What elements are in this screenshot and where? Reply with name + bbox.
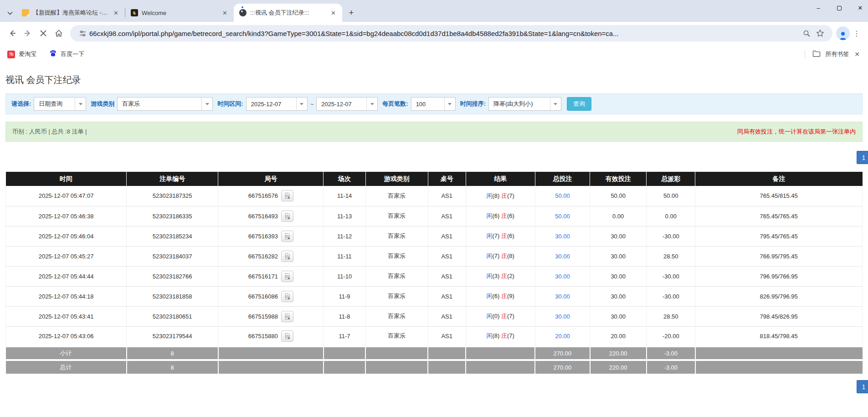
table-header: 时间注单编号局号场次游戏类别桌号结果总投注有效投注总派彩备注 xyxy=(6,172,863,186)
player-result: 闲 xyxy=(486,293,492,299)
payout: -30.00 xyxy=(647,286,695,306)
column-header: 场次 xyxy=(324,172,365,186)
session: 11-11 xyxy=(324,246,365,266)
remark: 796.95/766.95 xyxy=(695,266,863,286)
player-score: (7) xyxy=(492,232,501,239)
table-number: AS1 xyxy=(428,206,466,226)
total-bet-link[interactable]: 30.00 xyxy=(555,253,570,260)
chevron-down-icon xyxy=(366,98,377,110)
column-header: 总派彩 xyxy=(647,172,695,186)
result-cell: 闲(7) 庄(6) xyxy=(466,226,535,246)
tab-close-icon[interactable]: ✕ xyxy=(112,9,120,17)
video-replay-icon[interactable] xyxy=(281,251,293,262)
column-header: 总投注 xyxy=(535,172,590,186)
page-size-value: 100 xyxy=(411,98,444,110)
valid-bet: 30.00 xyxy=(590,226,647,246)
game-category: 百家乐 xyxy=(365,266,428,286)
game-category-select[interactable]: 百家乐 xyxy=(117,97,213,111)
video-replay-icon[interactable] xyxy=(281,271,293,282)
window-minimize-icon[interactable]: – xyxy=(815,5,822,11)
bet-records-favicon-icon xyxy=(239,9,247,16)
date-from-select[interactable]: 2025-12-07 xyxy=(246,97,308,111)
sort-select[interactable]: 降幂(由大到小) xyxy=(488,97,561,111)
tab-welcome[interactable]: ♞ Welcome ✕ xyxy=(125,4,234,22)
banker-result: 庄 xyxy=(501,273,507,279)
total-bet-link[interactable]: 50.00 xyxy=(555,192,570,199)
empty-cell xyxy=(466,346,535,360)
valid-bet: 30.00 xyxy=(590,246,647,266)
video-replay-icon[interactable] xyxy=(281,211,293,222)
video-replay-icon[interactable] xyxy=(281,231,293,242)
tab-search-chevron-icon[interactable] xyxy=(4,5,16,22)
bookmark-aitaobao[interactable]: 淘 爱淘宝 xyxy=(7,50,36,58)
video-replay-icon[interactable] xyxy=(281,330,293,342)
profile-avatar[interactable] xyxy=(836,26,850,40)
bet-time: 2025-12-07 05:46:38 xyxy=(6,206,127,226)
new-tab-button[interactable]: + xyxy=(345,6,358,19)
zoom-page-icon[interactable] xyxy=(800,26,813,40)
video-replay-icon[interactable] xyxy=(281,190,293,201)
round-number: 667515880 xyxy=(248,333,278,340)
banker-score: (8) xyxy=(507,252,514,259)
round-number: 667516086 xyxy=(248,293,278,300)
session: 11-9 xyxy=(324,286,365,306)
tab-title: Welcome xyxy=(142,10,217,16)
bet-number: 523023182766 xyxy=(127,266,218,286)
browser-menu-icon[interactable]: ⋮ xyxy=(850,26,863,40)
payout: -30.00 xyxy=(647,266,695,286)
payout: 50.00 xyxy=(647,186,695,206)
close-icon[interactable]: ✕ xyxy=(853,51,861,58)
round-number: 667516282 xyxy=(248,253,278,260)
date-to-value: 2025-12-07 xyxy=(317,98,366,110)
bookmark-star-icon[interactable] xyxy=(813,26,827,40)
window-maximize-icon[interactable] xyxy=(837,6,842,10)
query-type-select[interactable]: 日期查询 xyxy=(34,97,86,111)
total-bet-link[interactable]: 50.00 xyxy=(555,213,570,220)
date-from-value: 2025-12-07 xyxy=(247,98,296,110)
date-to-select[interactable]: 2025-12-07 xyxy=(316,97,378,111)
total-bet-link[interactable]: 30.00 xyxy=(555,293,570,300)
total-bet-link[interactable]: 20.00 xyxy=(555,333,570,340)
all-bookmarks-label[interactable]: 所有书签 xyxy=(825,50,849,58)
total-bet-link[interactable]: 30.00 xyxy=(555,233,570,240)
page-number-button[interactable]: 1 xyxy=(857,151,868,164)
round-number-cell: 667516576 xyxy=(218,186,324,206)
result-cell: 闲(7) 庄(8) xyxy=(466,246,535,266)
window-close-icon[interactable]: ✕ xyxy=(857,5,863,11)
url-text[interactable]: 66cxkj98.com/ipl/portal.php/game/betreco… xyxy=(89,30,800,37)
stop-loading-icon[interactable] xyxy=(36,26,51,41)
session: 11-8 xyxy=(324,306,365,326)
page-size-select[interactable]: 100 xyxy=(411,97,456,111)
home-icon[interactable] xyxy=(51,26,67,41)
video-replay-icon[interactable] xyxy=(281,311,293,322)
tab-close-icon[interactable]: ✕ xyxy=(221,9,229,17)
forward-icon[interactable] xyxy=(20,26,36,41)
total-bet-cell: 50.00 xyxy=(535,206,590,226)
total-bet-link[interactable]: 30.00 xyxy=(555,273,570,280)
video-replay-icon[interactable] xyxy=(281,291,293,302)
remark: 765.45/815.45 xyxy=(695,186,863,206)
remark: 765.45/765.45 xyxy=(695,206,863,226)
game-category: 百家乐 xyxy=(365,206,428,226)
currency-summary-text: 币别 : 人民币 | 总共 :8 注单 | xyxy=(12,128,87,136)
empty-cell xyxy=(695,346,863,360)
table-number: AS1 xyxy=(428,186,466,206)
page-number-button[interactable]: 1 xyxy=(857,380,868,393)
bookmark-baidu[interactable]: 百度一下 xyxy=(49,50,84,59)
table-row: 2025-12-07 05:46:04523023185234667516393… xyxy=(6,226,863,246)
site-settings-icon[interactable] xyxy=(76,26,89,40)
pagination-bottom: 1 xyxy=(5,380,868,393)
summary-info-bar: 币别 : 人民币 | 总共 :8 注单 | 同局有效投注，统一计算在该局第一张注… xyxy=(5,122,863,142)
tab-forum[interactable]: 【新提醒】海燕策略论坛 - 综合 ✕ xyxy=(16,4,125,22)
column-header: 时间 xyxy=(6,172,127,186)
tab-close-icon[interactable]: ✕ xyxy=(329,9,338,17)
total-bet-link[interactable]: 30.00 xyxy=(555,313,570,320)
total-row-count: 8 xyxy=(127,360,218,374)
url-bar[interactable]: 66cxkj98.com/ipl/portal.php/game/betreco… xyxy=(70,25,832,41)
tab-bet-records-active[interactable]: :::视讯 会员下注纪录::: ✕ xyxy=(234,4,342,22)
welcome-favicon-icon: ♞ xyxy=(131,9,138,16)
game-category: 百家乐 xyxy=(365,226,428,246)
search-button[interactable]: 查询 xyxy=(567,97,591,111)
round-number-cell: 667516171 xyxy=(218,266,324,286)
back-icon[interactable] xyxy=(5,26,20,41)
